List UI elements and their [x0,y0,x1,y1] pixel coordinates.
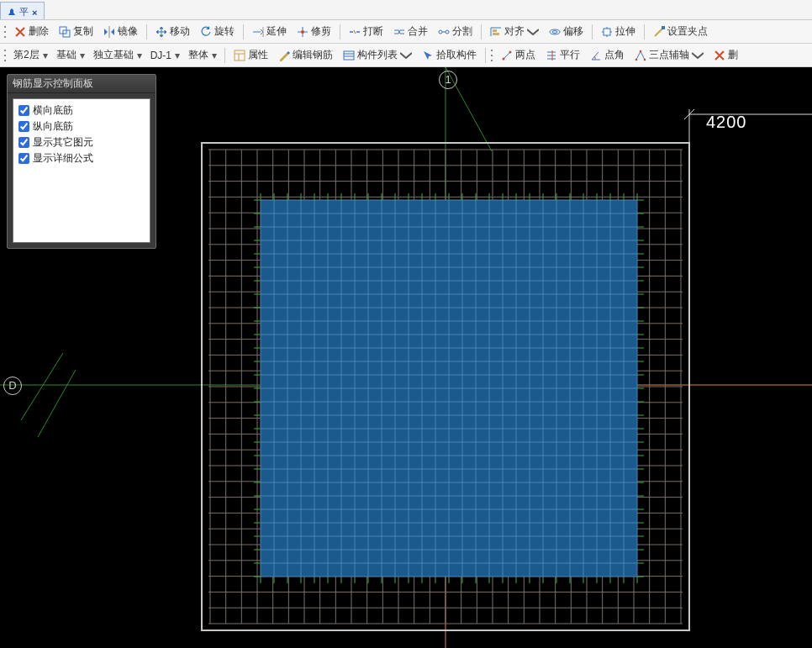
copy-label: 复制 [73,24,93,39]
delete-icon [14,26,26,38]
floor-combo[interactable]: 第2层 ▾ [10,46,51,64]
copy-button[interactable]: 复制 [55,22,98,41]
separator [146,24,147,40]
checkbox-label: 纵向底筋 [33,119,73,134]
angle-button[interactable]: 点角 [586,45,629,65]
svg-line-26 [21,353,63,420]
merge-icon [393,26,405,38]
svg-rect-9 [604,29,610,35]
checkbox-row[interactable]: 横向底筋 [18,103,145,119]
merge-button[interactable]: 合并 [389,22,432,41]
mirror-button[interactable]: 镜像 [99,22,142,41]
pick-icon [422,50,434,61]
chevron-down-icon [692,50,704,61]
grip-icon [3,24,8,40]
stretch-button[interactable]: 拉伸 [597,22,640,41]
drawing-canvas[interactable]: 钢筋显示控制面板 横向底筋 纵向底筋 显示其它图元 显示详细公式 [0,67,812,648]
split-button[interactable]: 分割 [434,22,477,41]
axis-label-horizontal: D [3,377,22,395]
component-list-button[interactable]: 构件列表 [339,45,416,65]
pick-component-button[interactable]: 拾取构件 [418,45,481,65]
checkbox[interactable] [18,153,29,164]
properties-label: 属性 [248,48,268,62]
angle-label: 点角 [604,48,625,62]
chevron-down-icon [400,50,412,61]
extend-button[interactable]: 延伸 [248,22,291,41]
document-tabs: 平 × [0,0,812,20]
chevron-down-icon: ▾ [43,50,48,61]
mirror-icon [103,26,115,38]
two-point-button[interactable]: 两点 [497,45,540,65]
mirror-label: 镜像 [118,24,138,39]
edit-rebar-button[interactable]: 编辑钢筋 [274,45,337,65]
document-tab[interactable]: 平 × [0,2,45,19]
move-label: 移动 [170,24,190,39]
subtype-combo[interactable]: 独立基础 ▾ [90,46,145,64]
separator [592,24,593,40]
panel-body: 横向底筋 纵向底筋 显示其它图元 显示详细公式 [13,98,150,243]
align-button[interactable]: 对齐 [486,22,543,41]
split-label: 分割 [452,24,472,39]
align-label: 对齐 [504,24,525,39]
mode-value: 整体 [188,48,208,62]
checkbox[interactable] [18,105,29,116]
floor-value: 第2层 [13,48,40,62]
component-list-label: 构件列表 [357,48,398,62]
checkbox-row[interactable]: 显示其它图元 [18,134,145,150]
chevron-down-icon: ▾ [212,50,217,61]
checkbox[interactable] [18,121,29,132]
toolbar-edit: 删除 复制 镜像 移动 旋转 延伸 修剪 打断 合并 分割 对齐 [0,20,812,44]
merge-label: 合并 [408,24,428,39]
axis-label-vertical: 1 [439,71,457,89]
category-combo[interactable]: 基础 ▾ [53,46,88,64]
svg-point-7 [550,29,560,34]
properties-button[interactable]: 属性 [229,45,272,65]
move-button[interactable]: 移动 [151,22,194,41]
checkbox-row[interactable]: 纵向底筋 [18,119,145,134]
parallel-button[interactable]: 平行 [541,45,584,65]
stretch-label: 拉伸 [615,24,635,39]
close-icon[interactable]: × [32,8,37,18]
chevron-down-icon: ▾ [137,50,142,61]
rebar-display-panel[interactable]: 钢筋显示控制面板 横向底筋 纵向底筋 显示其它图元 显示详细公式 [7,74,156,249]
offset-button[interactable]: 偏移 [545,22,588,41]
component-combo[interactable]: DJ-1 ▾ [147,48,183,63]
category-value: 基础 [56,48,76,62]
setgrip-label: 设置夹点 [667,24,708,39]
toolbar-component: 第2层 ▾ 基础 ▾ 独立基础 ▾ DJ-1 ▾ 整体 ▾ 属性 编辑钢筋 构件… [0,44,812,67]
extend-icon [252,26,264,38]
separator [243,24,244,40]
extend-label: 延伸 [266,24,287,39]
chevron-down-icon: ▾ [80,50,85,61]
rotate-button[interactable]: 旋转 [196,22,239,41]
chevron-down-icon: ▾ [175,50,180,61]
separator [340,24,340,40]
split-icon [438,26,450,38]
trim-button[interactable]: 修剪 [293,22,335,41]
pick-label: 拾取构件 [436,48,477,62]
checkbox[interactable] [18,137,29,148]
subtype-value: 独立基础 [93,48,134,62]
break-button[interactable]: 打断 [345,22,388,41]
align-icon [490,26,502,38]
two-point-icon [501,50,513,61]
checkbox-label: 显示其它图元 [33,135,93,150]
setgrip-button[interactable]: 设置夹点 [649,22,712,41]
parallel-label: 平行 [560,48,580,62]
stretch-icon [601,26,613,38]
grip-icon [490,48,495,63]
pin-icon [8,8,16,17]
mode-combo[interactable]: 整体 ▾ [185,46,220,64]
svg-rect-12 [344,51,354,60]
delete-button[interactable]: 删除 [10,22,53,41]
delete-axis-label: 删 [728,48,738,62]
svg-rect-5 [493,29,497,32]
svg-rect-6 [493,33,499,35]
properties-icon [234,50,245,61]
checkbox-row[interactable]: 显示详细公式 [18,150,145,166]
three-point-button[interactable]: 三点辅轴 [630,45,708,65]
offset-icon [549,26,561,38]
svg-point-3 [439,30,442,34]
list-icon [343,50,355,61]
delete-axis-button[interactable]: 删 [709,45,742,65]
